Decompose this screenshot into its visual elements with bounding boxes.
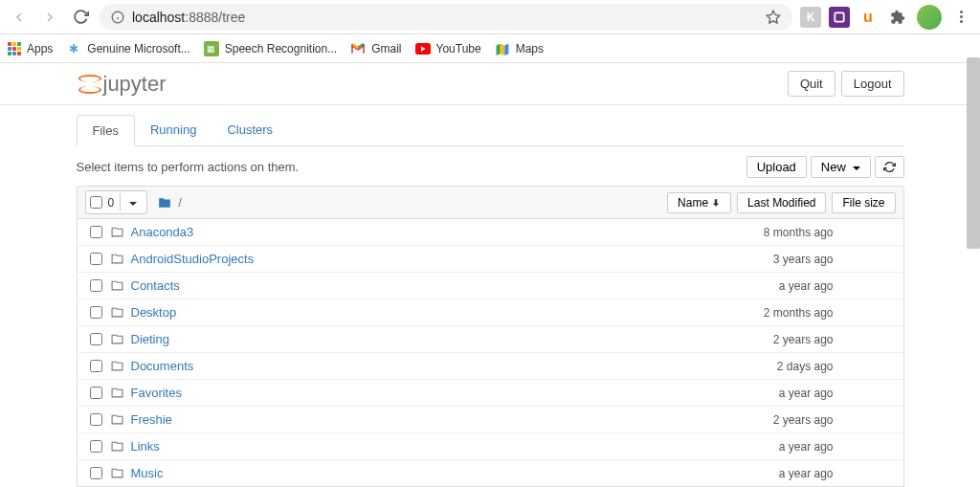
tab-clusters[interactable]: Clusters: [212, 115, 288, 145]
file-modified: 3 years ago: [719, 253, 834, 266]
folder-icon: [108, 333, 127, 345]
file-checkbox[interactable]: [90, 279, 102, 292]
file-modified: 2 days ago: [719, 360, 834, 373]
file-modified: 2 months ago: [719, 306, 834, 320]
bookmark-label: Speech Recognition...: [225, 42, 337, 55]
file-name-link[interactable]: Anaconda3: [127, 225, 719, 239]
select-all-control[interactable]: 0: [85, 190, 148, 214]
bookmark-star-icon[interactable]: [766, 10, 781, 25]
file-modified: a year ago: [719, 467, 834, 480]
forward-button[interactable]: [38, 6, 61, 29]
file-row: Documents 2 days ago: [78, 353, 903, 380]
file-name-link[interactable]: Favorites: [127, 386, 719, 400]
caret-down-icon: [853, 166, 860, 170]
file-name-link[interactable]: Dieting: [127, 332, 719, 346]
bookmark-item[interactable]: YouTube: [415, 41, 481, 56]
extension-icon[interactable]: u: [858, 7, 879, 28]
new-button[interactable]: New: [811, 156, 871, 178]
file-checkbox[interactable]: [90, 413, 102, 426]
jupyter-logo[interactable]: jupyter: [77, 72, 167, 97]
file-checkbox[interactable]: [90, 306, 102, 319]
sort-name-button[interactable]: Name: [667, 192, 731, 213]
jupyter-logo-icon: [77, 73, 100, 96]
profile-avatar[interactable]: [917, 5, 942, 30]
tab-files[interactable]: Files: [77, 115, 135, 146]
file-name-link[interactable]: Links: [127, 439, 719, 454]
file-checkbox[interactable]: [90, 467, 102, 479]
bookmark-item[interactable]: ✱ Genuine Microsoft...: [66, 41, 189, 56]
file-modified: a year ago: [719, 279, 834, 293]
folder-icon[interactable]: [157, 196, 172, 210]
file-list: Anaconda3 8 months ago AndroidStudioProj…: [77, 219, 904, 487]
logout-button[interactable]: Logout: [841, 71, 904, 97]
file-modified: a year ago: [719, 440, 834, 454]
youtube-icon: [415, 41, 431, 56]
caret-down-icon: [129, 202, 137, 206]
folder-icon: [108, 226, 127, 238]
folder-icon: [108, 467, 127, 479]
folder-icon: [108, 387, 127, 399]
file-checkbox[interactable]: [90, 333, 102, 345]
toolbar: Select items to perform actions on them.…: [77, 146, 904, 186]
select-all-checkbox[interactable]: [90, 196, 102, 209]
file-checkbox[interactable]: [90, 360, 102, 372]
jupyter-logo-text: jupyter: [103, 72, 167, 97]
file-row: Contacts a year ago: [78, 273, 903, 299]
site-icon: ▦: [204, 41, 219, 56]
file-row: Links a year ago: [78, 433, 903, 460]
file-checkbox[interactable]: [90, 387, 102, 399]
extensions-icon[interactable]: [886, 6, 909, 29]
extension-icon[interactable]: K: [800, 7, 821, 28]
bookmark-label: Apps: [27, 42, 53, 55]
tab-running[interactable]: Running: [135, 115, 212, 145]
file-modified: 2 years ago: [719, 333, 834, 346]
quit-button[interactable]: Quit: [788, 71, 835, 97]
bookmark-item[interactable]: Maps: [495, 41, 544, 56]
svg-marker-3: [767, 11, 779, 23]
bookmark-item[interactable]: Gmail: [350, 41, 401, 56]
bookmark-label: Maps: [516, 42, 544, 55]
folder-icon: [108, 253, 127, 265]
file-name-link[interactable]: Documents: [127, 359, 719, 373]
bookmark-label: Gmail: [371, 42, 401, 55]
folder-icon: [108, 440, 127, 453]
info-icon: [111, 11, 124, 24]
select-dropdown-button[interactable]: [120, 193, 143, 211]
scrollbar-thumb[interactable]: [967, 57, 980, 249]
refresh-button[interactable]: [875, 156, 904, 178]
file-row: Favorites a year ago: [78, 380, 903, 407]
bookmark-apps[interactable]: Apps: [8, 42, 53, 55]
bookmark-label: YouTube: [436, 42, 481, 55]
file-name-link[interactable]: Desktop: [127, 305, 719, 320]
arrow-down-icon: [711, 198, 721, 208]
folder-icon: [108, 360, 127, 372]
file-name-link[interactable]: Music: [127, 466, 719, 480]
address-bar[interactable]: localhost:8888/tree: [100, 4, 792, 31]
reload-button[interactable]: [69, 6, 92, 29]
select-count: 0: [106, 196, 117, 210]
file-row: Dieting 2 years ago: [78, 326, 903, 353]
back-button[interactable]: [8, 6, 31, 29]
sort-modified-button[interactable]: Last Modified: [737, 192, 826, 213]
sort-size-button[interactable]: File size: [832, 192, 895, 213]
bookmark-item[interactable]: ▦ Speech Recognition...: [204, 41, 337, 56]
file-name-link[interactable]: Contacts: [127, 278, 719, 293]
file-name-link[interactable]: AndroidStudioProjects: [127, 252, 719, 266]
file-checkbox[interactable]: [90, 440, 102, 453]
tabs: Files Running Clusters: [77, 115, 904, 146]
folder-icon: [108, 306, 127, 319]
browser-menu-icon[interactable]: [949, 11, 972, 23]
bookmark-label: Genuine Microsoft...: [87, 42, 189, 55]
file-modified: a year ago: [719, 387, 834, 400]
file-name-link[interactable]: Freshie: [127, 412, 719, 427]
upload-button[interactable]: Upload: [746, 156, 807, 178]
jupyter-header: jupyter Quit Logout: [77, 63, 904, 104]
file-list-header: 0 / Name Last Modified File size: [77, 186, 904, 219]
file-checkbox[interactable]: [90, 253, 102, 265]
file-checkbox[interactable]: [90, 226, 102, 238]
folder-icon: [108, 413, 127, 426]
extension-icon[interactable]: [829, 7, 850, 28]
file-row: AndroidStudioProjects 3 years ago: [78, 246, 903, 273]
file-row: Desktop 2 months ago: [78, 299, 903, 326]
apps-icon: [8, 42, 21, 55]
